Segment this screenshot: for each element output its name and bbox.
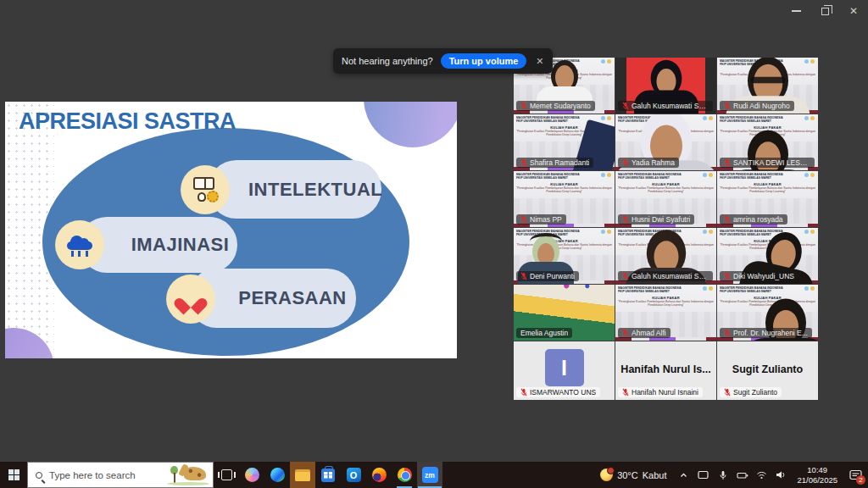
chrome-taskbar-button[interactable]	[392, 462, 417, 488]
muted-mic-icon	[622, 215, 629, 224]
event-logo-icon	[607, 59, 611, 64]
zoom-taskbar-button[interactable]: zm	[417, 462, 442, 488]
chevron-up-icon[interactable]	[677, 471, 690, 480]
restore-button[interactable]	[810, 0, 839, 22]
video-tile[interactable]: MAGISTER PENDIDIKAN BAHASA INDONESIAFKIP…	[615, 171, 716, 227]
ground-graphic	[167, 482, 209, 485]
video-tile[interactable]: MAGISTER PENDIDIKAN BAHASA INDONESIAFKIP…	[615, 228, 716, 284]
participant-name: Yadia Rahma	[632, 158, 675, 167]
screen-icon[interactable]	[697, 470, 709, 480]
shared-slide: APRESIASI SASTRA INTELEKTUALIMAJINASIPER…	[5, 102, 457, 358]
uns-logo-icon	[804, 230, 809, 234]
name-tag: amrina rosyada	[720, 214, 787, 225]
participant-display-name: Hanifah Nurul Is...	[615, 363, 716, 375]
video-tile[interactable]: Galuh Kusumawati Su...	[615, 58, 716, 114]
search-icon	[36, 472, 42, 479]
event-logo-icon	[810, 59, 815, 64]
event-logo-icon	[607, 173, 611, 177]
video-tile[interactable]: IISMARWANTO UNS	[514, 341, 615, 400]
video-tile[interactable]: Emelia Agustin	[514, 285, 615, 341]
outlook-taskbar-button[interactable]: O	[341, 462, 366, 488]
action-center-button[interactable]: 2	[847, 467, 864, 484]
name-tag: Memet Sudaryanto	[516, 101, 595, 111]
uns-logo-icon	[703, 173, 707, 177]
uns-logo-icon	[703, 286, 707, 291]
vbg-logos	[703, 173, 713, 177]
notification-badge: 2	[856, 475, 865, 485]
minimize-button[interactable]	[782, 0, 810, 22]
vbg-logos	[703, 286, 713, 291]
battery-icon[interactable]	[736, 471, 748, 480]
store-taskbar-button[interactable]	[315, 462, 341, 488]
search-highlight-image[interactable]	[164, 463, 213, 487]
turn-up-volume-button[interactable]: Turn up volume	[441, 53, 527, 69]
edge-taskbar-button[interactable]	[264, 462, 290, 488]
outlook-icon: O	[347, 468, 361, 482]
participant-name: Galuh Kusumawati Su...	[632, 272, 709, 280]
taskbar: Ozm 30°C Kabut 10:49 21/06/2025 2	[0, 462, 868, 488]
vbg-event-title: KULIAH PAKAR	[514, 182, 615, 186]
event-logo-icon	[810, 116, 815, 120]
wifi-icon[interactable]	[755, 470, 768, 480]
event-logo-icon	[810, 173, 815, 177]
zoom-app-icon: zm	[422, 467, 438, 483]
copilot-taskbar-button[interactable]	[239, 462, 264, 488]
video-tile[interactable]: MAGISTER PENDIDIKAN BAHASA INDONESIAFKIP…	[717, 228, 818, 284]
muted-mic-icon	[622, 329, 629, 337]
volume-icon[interactable]	[775, 470, 787, 480]
event-logo-icon	[607, 230, 611, 234]
event-logo-icon	[607, 116, 611, 120]
video-tile[interactable]: MAGISTER PENDIDIKAN BAHASA INDONESIAFKIP…	[717, 285, 818, 341]
video-tile[interactable]: MAGISTER PENDIDIKAN BAHASA INDONESIAFKIP…	[514, 228, 615, 284]
giraffe-graphic	[184, 467, 206, 480]
video-tile[interactable]: Sugit ZuliantoSugit Zulianto	[717, 341, 818, 400]
window-titlebar: ✕	[0, 0, 868, 22]
video-tile[interactable]: Hanifah Nurul Is...Hanifah Nurul Isnaini	[615, 341, 716, 400]
microsoft-store-icon	[321, 469, 335, 482]
participant-name: Husni Dwi Syafutri	[632, 215, 690, 224]
close-icon: ✕	[849, 5, 858, 17]
event-logo-icon	[709, 173, 713, 177]
name-tag: Rudi Adi Nugroho	[720, 101, 794, 111]
video-tile[interactable]: MAGISTER PENDIDIKAN BAHASA INDONESIAFKIP…	[615, 285, 716, 341]
video-tile[interactable]: MAGISTER PENDIDIKAN BAHASA INDONESIAFKIP…	[615, 114, 716, 170]
weather-widget[interactable]: 30°C Kabut	[600, 469, 666, 481]
clock-date: 21/06/2025	[797, 475, 837, 485]
file-explorer-taskbar-button[interactable]	[290, 462, 315, 488]
start-button[interactable]	[0, 462, 27, 488]
firefox-taskbar-button[interactable]	[366, 462, 392, 488]
search-input[interactable]	[47, 469, 159, 481]
muted-mic-icon	[622, 388, 629, 396]
vbg-institution: MAGISTER PENDIDIKAN BAHASA INDONESIAFKIP…	[618, 173, 716, 180]
participant-name: Rudi Adi Nugroho	[733, 102, 790, 110]
uns-logo-icon	[601, 59, 605, 64]
vbg-logos	[804, 286, 815, 291]
vbg-institution: MAGISTER PENDIDIKAN BAHASA INDONESIAFKIP…	[720, 286, 818, 293]
vbg-logos	[601, 173, 611, 177]
video-tile[interactable]: MAGISTER PENDIDIKAN BAHASA INDONESIAFKIP…	[717, 58, 818, 114]
name-tag: SANTIKA DEWI LESTARI	[720, 158, 815, 168]
toast-close-icon[interactable]: ✕	[536, 57, 543, 66]
video-tile[interactable]: MAGISTER PENDIDIKAN BAHASA INDONESIAFKIP…	[717, 171, 818, 227]
task-view-taskbar-button[interactable]	[214, 462, 239, 488]
video-tile[interactable]: MAGISTER PENDIDIKAN BAHASA INDONESIAFKIP…	[717, 114, 818, 170]
muted-mic-icon	[520, 272, 527, 280]
slide-decor-circle-top	[364, 102, 457, 147]
audio-toast: Not hearing anything? Turn up volume ✕	[333, 48, 553, 74]
taskbar-search[interactable]	[27, 462, 214, 488]
vbg-logos	[804, 230, 815, 234]
video-tile[interactable]: MAGISTER PENDIDIKAN BAHASA INDONESIAFKIP…	[514, 114, 615, 170]
participant-name: Ahmad Alfi	[632, 329, 666, 337]
taskbar-clock[interactable]: 10:49 21/06/2025	[797, 465, 837, 485]
name-tag: Sugit Zulianto	[720, 387, 782, 397]
cloud-icon	[67, 236, 92, 254]
vbg-logos	[804, 116, 815, 120]
vbg-event-title: KULIAH PAKAR	[717, 182, 818, 186]
close-button[interactable]: ✕	[839, 0, 868, 22]
video-tile[interactable]: MAGISTER PENDIDIKAN BAHASA INDONESIAFKIP…	[514, 171, 615, 227]
vbg-institution: MAGISTER PENDIDIKAN BAHASA INDONESIAFKIP…	[618, 286, 716, 293]
mic-icon[interactable]	[716, 470, 729, 480]
tree-graphic	[170, 466, 178, 474]
name-tag: Emelia Agustin	[516, 328, 572, 338]
participant-name: Diki Wahyudi_UNS	[733, 272, 794, 280]
